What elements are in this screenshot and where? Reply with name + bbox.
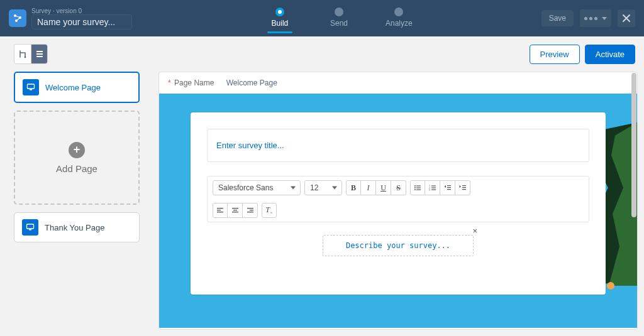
clear-format-button[interactable]: T× — [262, 203, 277, 218]
svg-point-15 — [414, 189, 416, 190]
rich-text-toolbar: Salesforce Sans 12 B I U S — [207, 176, 589, 222]
svg-text:3: 3 — [429, 188, 430, 192]
survey-name-input[interactable] — [31, 14, 132, 30]
list-icon — [35, 50, 44, 58]
svg-point-13 — [414, 187, 416, 188]
page-name-label: Page Name — [174, 79, 214, 87]
dot-icon — [594, 17, 597, 20]
svg-rect-35 — [247, 208, 253, 209]
svg-rect-9 — [27, 224, 34, 229]
svg-rect-28 — [462, 189, 466, 190]
svg-rect-34 — [232, 212, 238, 212]
svg-rect-4 — [36, 51, 43, 52]
page-name-value[interactable]: Welcome Page — [226, 79, 277, 87]
svg-rect-5 — [36, 53, 43, 55]
page-background: Salesforce Sans 12 B I U S — [159, 94, 637, 328]
align-right-icon — [247, 207, 254, 214]
numbered-list-button[interactable]: 123 — [425, 180, 440, 195]
bold-button[interactable]: B — [346, 180, 361, 195]
page-name-bar: * Page Name Welcome Page — [159, 72, 637, 94]
dot-icon — [589, 17, 592, 20]
page-card-label: Welcome Page — [45, 83, 101, 92]
outdent-button[interactable] — [440, 180, 455, 195]
align-group — [213, 203, 258, 218]
list-view-button[interactable] — [31, 45, 47, 63]
more-menu-button[interactable] — [580, 9, 611, 27]
indent-button[interactable] — [455, 180, 470, 195]
sidebar-thank-you-page[interactable]: Thank You Page — [14, 212, 140, 242]
svg-rect-33 — [233, 210, 237, 210]
view-toggle-group — [14, 44, 48, 64]
step-label: Analyze — [386, 19, 413, 28]
underline-button[interactable]: U — [376, 180, 391, 195]
svg-rect-16 — [416, 189, 421, 190]
preview-button[interactable]: Preview — [530, 45, 580, 64]
tree-illustration — [607, 282, 614, 290]
description-close-button[interactable]: × — [472, 226, 477, 236]
align-right-button[interactable] — [243, 203, 258, 218]
svg-rect-18 — [431, 185, 436, 186]
toolbar-right: Preview Activate — [530, 45, 636, 64]
page-sidebar: Welcome Page + Add Page Thank You Page — [14, 72, 140, 330]
bullet-list-button[interactable] — [410, 180, 425, 195]
app-header: Survey · version 0 Build Send Analyze Sa… — [0, 0, 644, 36]
font-size-value: 12 — [310, 183, 318, 192]
indent-icon — [459, 184, 467, 192]
underline-icon: U — [380, 183, 386, 193]
svg-rect-27 — [462, 187, 466, 188]
svg-rect-25 — [447, 189, 451, 190]
outdent-icon — [444, 184, 452, 192]
align-left-button[interactable] — [213, 203, 228, 218]
font-size-select[interactable]: 12 — [304, 180, 342, 195]
save-button[interactable]: Save — [541, 10, 574, 26]
survey-content-box: Salesforce Sans 12 B I U S — [191, 112, 606, 295]
svg-rect-12 — [416, 185, 421, 186]
svg-rect-36 — [250, 210, 253, 210]
close-button[interactable] — [618, 9, 635, 27]
step-analyze[interactable]: Analyze — [386, 8, 413, 28]
font-family-select[interactable]: Salesforce Sans — [213, 180, 301, 195]
bullet-list-icon — [414, 184, 421, 192]
survey-title-input[interactable] — [207, 129, 589, 162]
svg-rect-23 — [447, 185, 451, 186]
add-page-card[interactable]: + Add Page — [14, 111, 140, 205]
scrollbar[interactable] — [631, 73, 636, 217]
required-indicator: * — [168, 79, 171, 87]
survey-subtitle: Survey · version 0 — [31, 8, 132, 14]
strike-button[interactable]: S — [391, 180, 406, 195]
page-card-label: Thank You Page — [45, 223, 104, 232]
builder-toolbar: Preview Activate — [0, 36, 644, 72]
work-area: Welcome Page + Add Page Thank You Page *… — [0, 72, 644, 336]
bold-icon: B — [351, 183, 356, 193]
activate-button[interactable]: Activate — [585, 45, 635, 64]
svg-rect-7 — [28, 84, 35, 89]
svg-point-3 — [25, 57, 26, 58]
step-build[interactable]: Build — [267, 8, 292, 33]
text-style-group: B I U S — [346, 180, 406, 195]
close-icon — [623, 14, 630, 22]
svg-rect-10 — [29, 229, 31, 230]
italic-icon: I — [367, 183, 370, 193]
step-label: Send — [330, 19, 348, 28]
svg-point-11 — [414, 185, 416, 187]
progress-stepper: Build Send Analyze — [138, 4, 541, 33]
svg-rect-32 — [232, 208, 238, 209]
step-label: Build — [272, 19, 289, 28]
sidebar-welcome-page[interactable]: Welcome Page — [14, 72, 140, 103]
plus-icon: + — [69, 142, 85, 158]
svg-rect-26 — [462, 185, 466, 186]
align-center-button[interactable] — [228, 203, 243, 218]
italic-button[interactable]: I — [361, 180, 376, 195]
branching-view-button[interactable] — [14, 45, 31, 63]
step-dot-icon — [335, 8, 343, 16]
step-send[interactable]: Send — [330, 8, 348, 28]
numbered-list-icon: 123 — [429, 184, 436, 192]
svg-rect-6 — [36, 56, 43, 57]
align-left-icon — [216, 207, 224, 214]
survey-description-input[interactable] — [323, 235, 474, 256]
align-center-icon — [231, 207, 239, 214]
svg-rect-8 — [30, 89, 32, 90]
svg-rect-14 — [416, 187, 421, 188]
svg-rect-22 — [431, 189, 436, 190]
page-canvas: * Page Name Welcome Page Salesforce Sans… — [158, 72, 638, 330]
